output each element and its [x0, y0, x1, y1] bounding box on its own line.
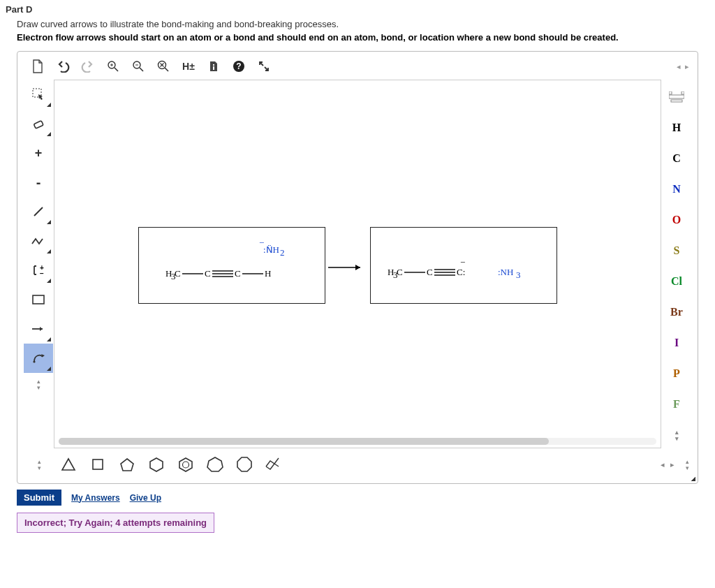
chevron-left-icon[interactable]: ◂: [677, 62, 681, 71]
zoom-in-button[interactable]: [101, 56, 125, 77]
svg-text:C: C: [397, 267, 403, 277]
benzene-ring-button[interactable]: [172, 453, 199, 476]
svg-text:?: ?: [236, 61, 241, 71]
clear-button[interactable]: [152, 56, 175, 77]
left-toolbar: + - +− ▴▾: [23, 80, 54, 448]
reaction-arrow-tool[interactable]: [24, 314, 53, 344]
instruction-text-1: Draw curved arrows to illustrate the bon…: [17, 19, 709, 29]
hexagon-ring-button[interactable]: [143, 453, 170, 476]
amide-nh2-label: :N̈H: [263, 244, 279, 255]
part-label: Part D: [6, 4, 709, 15]
element-s-button[interactable]: S: [663, 237, 690, 264]
element-i-button[interactable]: I: [663, 330, 690, 356]
svg-marker-55: [237, 457, 251, 471]
top-toolbar: H± ? ◂ ▸: [23, 56, 692, 80]
right-toolbar-pager[interactable]: ▴▾: [663, 422, 690, 448]
element-br-button[interactable]: Br: [663, 299, 690, 325]
reaction-arrow: [327, 260, 369, 274]
submit-button[interactable]: Submit: [17, 490, 61, 506]
single-bond-tool[interactable]: [24, 197, 53, 226]
bottom-toolbar-spinner[interactable]: ▴▾: [26, 453, 52, 476]
fullscreen-button[interactable]: [252, 56, 276, 77]
terminal-h: H: [265, 268, 271, 279]
reactant-box[interactable]: :N̈H 2 − H 3 C C C H: [138, 227, 325, 304]
actions-row: Submit My Answers Give Up: [17, 490, 698, 506]
redo-button[interactable]: [76, 56, 100, 77]
svg-rect-18: [34, 121, 43, 128]
svg-rect-47: [671, 100, 682, 102]
svg-rect-49: [93, 460, 103, 469]
undo-button[interactable]: [51, 56, 75, 77]
svg-rect-45: [681, 91, 684, 94]
ammonia-label: :NH: [498, 267, 513, 277]
scrollbar-thumb[interactable]: [59, 438, 549, 445]
svg-rect-22: [33, 295, 44, 304]
mechanism-arrow-tool[interactable]: [24, 344, 53, 373]
svg-point-53: [183, 462, 189, 468]
chevron-left-icon[interactable]: ◂: [661, 460, 665, 469]
element-h-button[interactable]: H: [663, 115, 690, 141]
marquee-select-tool[interactable]: [24, 80, 53, 109]
chevron-right-icon[interactable]: ▸: [670, 460, 675, 469]
element-c-button[interactable]: C: [663, 145, 690, 172]
horizontal-scrollbar[interactable]: [59, 438, 656, 445]
drawing-editor: H± ? ◂ ▸ + -: [17, 51, 698, 484]
pentagon-ring-button[interactable]: [114, 453, 140, 476]
hydrogen-toggle-button[interactable]: H±: [177, 56, 200, 77]
amide-nh2-sub: 2: [280, 247, 285, 258]
element-o-button[interactable]: O: [663, 207, 690, 233]
instruction-text-2: Electron flow arrows should start on an …: [17, 32, 709, 43]
svg-line-1: [115, 68, 118, 71]
svg-line-5: [140, 68, 143, 71]
octagon-ring-button[interactable]: [231, 453, 258, 476]
rectangle-tool[interactable]: [24, 285, 53, 314]
heptagon-ring-button[interactable]: [202, 453, 228, 476]
cyclohexane-chair-button[interactable]: [260, 453, 287, 476]
svg-rect-44: [669, 91, 672, 94]
chain-tool[interactable]: [24, 226, 53, 256]
svg-marker-51: [150, 458, 163, 471]
triangle-ring-button[interactable]: [55, 453, 82, 476]
svg-text:C: C: [175, 268, 181, 279]
bracket-charge-tool[interactable]: +−: [24, 256, 53, 285]
info-button[interactable]: [202, 56, 226, 77]
svg-line-10: [165, 68, 168, 71]
eraser-tool[interactable]: [24, 109, 53, 138]
bottom-shape-toolbar: ▴▾ ◂ ▸ ▴▾: [23, 448, 692, 476]
svg-text:C:: C:: [457, 267, 465, 277]
drawing-canvas[interactable]: :N̈H 2 − H 3 C C C H: [54, 80, 661, 448]
svg-marker-48: [62, 459, 75, 470]
zoom-out-button[interactable]: [126, 56, 150, 77]
right-element-toolbar: H C N O S Cl Br I P F ▴▾: [661, 80, 692, 448]
chevron-right-icon[interactable]: ▸: [685, 62, 689, 71]
svg-text:C: C: [205, 268, 211, 279]
feedback-message: Incorrect; Try Again; 4 attempts remaini…: [17, 513, 214, 533]
svg-rect-12: [213, 66, 214, 70]
svg-marker-52: [179, 458, 192, 471]
periodic-table-button[interactable]: [663, 84, 690, 110]
help-button[interactable]: ?: [227, 56, 251, 77]
add-charge-plus-tool[interactable]: +: [24, 138, 53, 168]
add-charge-minus-tool[interactable]: -: [24, 168, 53, 197]
top-toolbar-pager[interactable]: ◂ ▸: [677, 62, 689, 71]
amide-charge: −: [259, 237, 264, 248]
element-n-button[interactable]: N: [663, 176, 690, 203]
left-toolbar-pager[interactable]: ▴▾: [24, 373, 53, 395]
svg-text:C: C: [235, 268, 241, 279]
svg-text:3: 3: [516, 270, 521, 280]
svg-text:C: C: [427, 267, 433, 277]
element-cl-button[interactable]: Cl: [663, 268, 690, 295]
element-f-button[interactable]: F: [663, 391, 690, 418]
element-p-button[interactable]: P: [663, 360, 690, 387]
svg-line-19: [34, 207, 43, 216]
acetylide-charge: −: [460, 257, 465, 267]
svg-rect-46: [669, 95, 684, 98]
new-document-button[interactable]: [26, 56, 50, 77]
give-up-link[interactable]: Give Up: [130, 493, 161, 503]
product-box[interactable]: H 3 C C C: − :NH 3: [370, 227, 557, 304]
square-ring-button[interactable]: [84, 453, 111, 476]
my-answers-link[interactable]: My Answers: [71, 493, 120, 503]
svg-marker-50: [121, 459, 133, 471]
bottom-toolbar-pager[interactable]: ◂ ▸ ▴▾: [661, 459, 689, 471]
svg-text:−: −: [40, 270, 44, 277]
